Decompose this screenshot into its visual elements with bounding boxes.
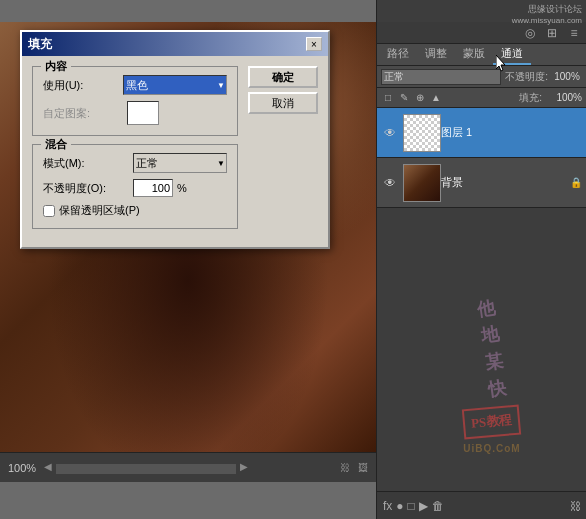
layer-bg-visibility[interactable]: 👁 — [381, 174, 399, 192]
canvas-status: 100% ◀ ▶ ⛓ 🖼 — [0, 452, 376, 482]
fx-icon[interactable]: fx — [383, 499, 392, 513]
brush-icon[interactable]: ✎ — [397, 91, 411, 105]
tab-path[interactable]: 路径 — [379, 44, 417, 65]
zoom-value: 100% — [8, 462, 36, 474]
layer-bg-name: 背景 — [441, 175, 570, 190]
custom-pattern-row: 自定图案: — [43, 101, 227, 125]
link-icon[interactable]: ⛓ — [570, 500, 581, 512]
blend-select-wrapper: 正常 — [133, 153, 227, 173]
pattern-preview-box[interactable] — [127, 101, 159, 125]
fill-label: 填充: — [519, 91, 542, 105]
new-layer-icon[interactable]: □ — [408, 499, 415, 513]
panel-bottom-icons: fx ● □ ▶ 🗑 — [383, 499, 444, 513]
shape-icon[interactable]: ▲ — [429, 91, 443, 105]
layer-item-bg[interactable]: 👁 背景 🔒 — [377, 158, 586, 208]
preserve-checkbox[interactable] — [43, 205, 55, 217]
right-panel: 思缘设计论坛 www.missyuan.com ◎ ⊞ ≡ 路径 调整 蒙版 通… — [376, 0, 586, 519]
opacity-label-header: 不透明度: — [505, 70, 548, 84]
chain-icon[interactable]: ⊕ — [413, 91, 427, 105]
fill-row: □ ✎ ⊕ ▲ 填充: 100% — [377, 88, 586, 108]
site-name: 思缘设计论坛 — [512, 4, 582, 16]
fill-value: 100% — [542, 92, 582, 103]
content-group: 内容 使用(U): 黑色 自定图案: — [32, 66, 238, 136]
tab-adjust[interactable]: 调整 — [417, 44, 455, 65]
dialog-titlebar[interactable]: 填充 × — [22, 32, 328, 56]
watermark-seal: PS教程 — [462, 404, 522, 439]
blending-group: 混合 模式(M): 正常 不透明度(O): % 保留透明区域(P) — [32, 144, 238, 229]
status-icon-2[interactable]: ▶ — [240, 461, 248, 474]
fill-dialog: 填充 × 确定 取消 内容 使用(U): 黑色 自定图案: — [20, 30, 330, 249]
status-icon-scrollbar[interactable] — [56, 464, 236, 474]
delete-icon[interactable]: 🗑 — [432, 499, 444, 513]
tab-mask[interactable]: 蒙版 — [455, 44, 493, 65]
custom-pattern-label: 自定图案: — [43, 106, 123, 121]
opacity-row: 不透明度(O): % — [43, 179, 227, 197]
preserve-row: 保留透明区域(P) — [43, 203, 227, 218]
opacity-input[interactable] — [133, 179, 173, 197]
watermark-site: UiBQ.CoM — [463, 443, 520, 454]
mode-label: 模式(M): — [43, 156, 133, 171]
use-label: 使用(U): — [43, 78, 123, 93]
group-icon[interactable]: ▶ — [419, 499, 428, 513]
use-row: 使用(U): 黑色 — [43, 75, 227, 95]
dialog-close-button[interactable]: × — [306, 37, 322, 51]
opacity-value-header: 100% — [552, 71, 582, 82]
panel-tabs-row: 路径 调整 蒙版 通道 — [377, 44, 586, 66]
cancel-button[interactable]: 取消 — [248, 92, 318, 114]
use-select[interactable]: 黑色 — [123, 75, 227, 95]
dialog-title: 填充 — [28, 36, 52, 53]
layer-1-name: 图层 1 — [441, 125, 582, 140]
layer-1-visibility[interactable]: 👁 — [381, 124, 399, 142]
new-fill-icon[interactable]: ● — [396, 499, 403, 513]
fill-icons: □ ✎ ⊕ ▲ — [381, 91, 443, 105]
panel-icon-1[interactable]: ◎ — [522, 26, 538, 40]
layers-header: 正常 不透明度: 100% — [377, 66, 586, 88]
tab-channel[interactable]: 通道 — [493, 44, 531, 65]
link-status[interactable]: ⛓ — [340, 462, 350, 473]
panel-icon-3[interactable]: ≡ — [566, 26, 582, 40]
lock-icon[interactable]: □ — [381, 91, 395, 105]
dialog-body: 确定 取消 内容 使用(U): 黑色 自定图案: 混合 — [22, 56, 328, 247]
panel-bottom: fx ● □ ▶ 🗑 ⛓ — [377, 491, 586, 519]
blend-mode-select[interactable]: 正常 — [381, 69, 501, 85]
layer-1-thumb — [403, 114, 441, 152]
layer-bg-lock-icon: 🔒 — [570, 177, 582, 188]
blend-mode-row: 模式(M): 正常 — [43, 153, 227, 173]
blend-mode-select-dialog[interactable]: 正常 — [133, 153, 227, 173]
layer-bg-thumb — [403, 164, 441, 202]
dialog-buttons: 确定 取消 — [248, 66, 318, 114]
watermark-text: 他 地 某 快 — [476, 294, 509, 403]
content-group-label: 内容 — [41, 59, 71, 74]
percent-label: % — [177, 182, 187, 194]
site-url: www.missyuan.com — [512, 16, 582, 26]
preserve-label: 保留透明区域(P) — [59, 203, 140, 218]
layer-item-1[interactable]: 👁 图层 1 — [377, 108, 586, 158]
panel-icon-2[interactable]: ⊞ — [544, 26, 560, 40]
info-status[interactable]: 🖼 — [358, 462, 368, 473]
site-header: 思缘设计论坛 www.missyuan.com — [512, 4, 582, 26]
status-icons: ◀ ▶ — [44, 461, 248, 474]
use-select-wrapper: 黑色 — [123, 75, 227, 95]
status-icon-1[interactable]: ◀ — [44, 461, 52, 474]
ok-button[interactable]: 确定 — [248, 66, 318, 88]
blending-group-label: 混合 — [41, 137, 71, 152]
opacity-field-label: 不透明度(O): — [43, 181, 133, 196]
watermark-area: 他 地 某 快 PS教程 UiBQ.CoM — [402, 309, 582, 439]
